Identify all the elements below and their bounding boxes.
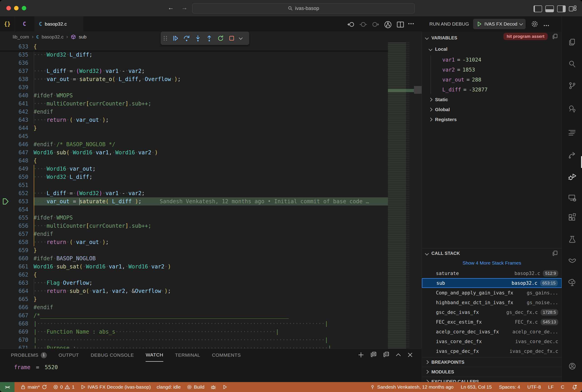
code-line[interactable]: 665} (0, 295, 388, 303)
maximize-panel-icon[interactable] (395, 352, 402, 358)
tab-pinned-c-file[interactable]: C (15, 16, 35, 32)
blame-item[interactable]: Sandesh Venkatesh, 12 months ago (370, 384, 453, 390)
nav-back-circle-icon[interactable] (347, 20, 355, 28)
line-number[interactable]: 659 (0, 246, 28, 254)
notifications-bell-icon[interactable] (571, 384, 577, 390)
more-debug-actions-icon[interactable]: … (543, 20, 550, 28)
open-call-stack-view-icon[interactable] (552, 250, 558, 257)
variable-row[interactable]: var2=1853 (442, 65, 475, 75)
code-line[interactable]: 655#ifdef·WMOPS (0, 214, 388, 222)
line-number[interactable]: 648 (0, 156, 28, 165)
remote-indicator[interactable]: >< (0, 382, 15, 392)
scope-static[interactable]: Static (422, 94, 562, 104)
line-number[interactable]: 656 (0, 222, 28, 230)
code-line[interactable]: 641····multiCounter[currCounter].sub++; (0, 100, 388, 108)
customize-layout-icon[interactable] (569, 6, 576, 12)
code-line[interactable]: 656····multiCounter[currCounter].sub++; (0, 222, 388, 230)
run-task-item[interactable] (222, 384, 228, 390)
add-watch-expression-icon[interactable] (357, 351, 365, 358)
tab-pinned-json[interactable]: {} (0, 16, 15, 32)
tab-basop32[interactable]: C basop32.c (35, 16, 83, 32)
code-line[interactable]: 662{ (0, 271, 388, 279)
line-number[interactable]: 652 (0, 189, 28, 197)
nav-current-circle-icon[interactable] (359, 20, 367, 28)
code-line[interactable]: 661Word16·sub_sat(·Word16·var1,·Word16·v… (0, 262, 388, 271)
code-line[interactable]: 644} (0, 124, 388, 132)
line-number[interactable]: 640 (0, 92, 28, 100)
step-over-button[interactable] (183, 35, 190, 42)
split-editor-icon[interactable] (396, 20, 404, 28)
remote-explorer-icon[interactable] (568, 193, 577, 202)
code-line[interactable]: 666#endif (0, 303, 388, 312)
line-number[interactable]: 636 (0, 59, 28, 67)
show-more-stack-frames-link[interactable]: Show 4 More Stack Frames (422, 260, 562, 266)
open-variables-view-icon[interactable] (552, 33, 558, 40)
remove-all-watch-icon[interactable] (370, 351, 377, 359)
code-line[interactable]: 670|····································… (0, 336, 388, 344)
line-number[interactable]: 667 (0, 312, 28, 320)
minimap[interactable] (388, 42, 414, 348)
line-number[interactable]: 642 (0, 108, 28, 116)
stack-frame-row[interactable]: acelp_core_dec_ivas_fxacelp_core_de... (422, 327, 562, 336)
step-into-button[interactable] (195, 35, 201, 42)
panel-tab-output[interactable]: OUTPUT (59, 349, 79, 362)
code-line[interactable]: 651 (0, 181, 388, 189)
stop-button[interactable] (229, 35, 235, 42)
panel-tab-comments[interactable]: COMMENTS (212, 349, 241, 362)
line-number[interactable]: 646 (0, 140, 28, 148)
stack-frame-row[interactable]: Comp_and_apply_gain_ivas_fxgs_gains... (422, 288, 562, 298)
step-out-button[interactable] (206, 35, 213, 42)
variable-row[interactable]: var1=-31024 (442, 55, 481, 65)
eol-item[interactable]: LF (548, 384, 554, 390)
modules-section-header[interactable]: MODULES (422, 367, 562, 376)
branch-item[interactable]: main* (20, 384, 47, 390)
line-number[interactable]: 661 (0, 262, 28, 271)
panel-tab-watch[interactable]: WATCH (146, 348, 163, 362)
chevron-down-icon[interactable] (239, 36, 243, 40)
line-number[interactable]: 645 (0, 132, 28, 140)
code-line[interactable]: 657#endif (0, 230, 388, 238)
code-line[interactable]: 663····Flag·Overflow; (0, 279, 388, 287)
code-line[interactable]: 669|···Function Name : abs_s············… (0, 328, 388, 336)
toggle-panel-icon[interactable] (545, 6, 554, 12)
scope-local[interactable]: Local (422, 44, 562, 54)
line-number[interactable]: 649 (0, 165, 28, 173)
breadcrumb-folder[interactable]: lib_com (13, 34, 29, 40)
line-number[interactable]: 669 (0, 328, 28, 336)
line-number[interactable]: 644 (0, 124, 28, 132)
stack-frame-row[interactable]: subbasop32.c653:15 (422, 278, 562, 288)
line-number[interactable]: 668 (0, 320, 28, 328)
panel-tab-problems[interactable]: PROBLEMS1 (11, 349, 47, 362)
toggle-secondary-sidebar-icon[interactable] (557, 6, 566, 12)
line-number[interactable]: 670 (0, 336, 28, 344)
code-line[interactable]: 671|···Purpose :························… (0, 344, 388, 348)
line-number[interactable]: 658 (0, 238, 28, 246)
variable-row[interactable]: var_out=288 (442, 75, 481, 85)
line-number[interactable]: 639 (0, 83, 28, 92)
line-number[interactable]: 665 (0, 295, 28, 303)
line-number[interactable]: 637 (0, 67, 28, 75)
code-line[interactable]: 645 (0, 132, 388, 140)
stack-frame-row[interactable]: FEC_exc_estim_fxFEC_fx.c545:13 (422, 317, 562, 327)
code-line[interactable]: 642#endif (0, 108, 388, 116)
breadcrumb-file[interactable]: basop32.c (42, 34, 64, 40)
panel-tab-terminal[interactable]: TERMINAL (175, 349, 200, 362)
continue-button[interactable] (172, 35, 179, 42)
code-line[interactable]: 664····return·sub_o(·var1,·var2,·&Overfl… (0, 287, 388, 295)
scope-global[interactable]: Global (422, 104, 562, 114)
extensions-icon[interactable] (568, 213, 577, 222)
code-line[interactable]: 643····return·(·var_out·); (0, 116, 388, 124)
scope-registers[interactable]: Registers (422, 114, 562, 124)
code-line[interactable]: 648{ (0, 156, 388, 165)
restart-button[interactable] (217, 35, 224, 42)
stack-frame-row[interactable]: ivas_cpe_dec_fxivas_cpe_dec_fx.c (422, 346, 562, 356)
line-number[interactable]: 666 (0, 303, 28, 312)
line-number[interactable]: 641 (0, 100, 28, 108)
code-line[interactable]: 654 (0, 206, 388, 214)
breakpoints-section-header[interactable]: BREAKPOINTS (422, 357, 562, 367)
code-editor[interactable]: 633{635····Word32·L_diff;636637····L_dif… (0, 42, 422, 348)
code-line[interactable]: 650····Word32·L_diff; (0, 173, 388, 181)
drag-handle-icon[interactable] (164, 36, 167, 40)
command-center-search[interactable]: ivas-basop (192, 3, 415, 14)
code-line[interactable]: 652····L_diff·=·(Word32)·var1·-·var2; (0, 189, 388, 197)
